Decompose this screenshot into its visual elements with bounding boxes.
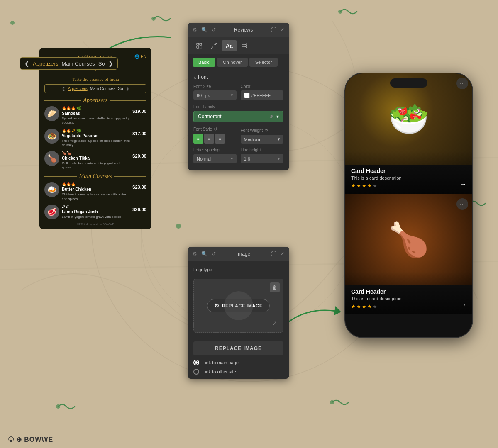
pakoras-info: 🔥🔥🌶🌿 Vegetable Pakoras Fried vegetables,… bbox=[62, 129, 130, 148]
svg-point-4 bbox=[151, 17, 156, 21]
link-options: Link to main page Link to other site bbox=[193, 360, 283, 375]
menu-item-samosas: 🥟 🔥🔥🔥🌿 Samosas Spiced potatoes, peas, st… bbox=[44, 106, 146, 125]
line-height-input[interactable]: 1.6 ▾ bbox=[241, 154, 284, 163]
font-family-select[interactable]: Cormorant ↺ ▾ bbox=[193, 111, 283, 122]
brush-tool-btn[interactable] bbox=[207, 40, 222, 51]
lamb-info: 🌶🌶 Lamb Rogan Josh Lamb in yogurt-tomato… bbox=[62, 205, 130, 219]
image-expand-icon[interactable]: ⛶ bbox=[270, 250, 277, 258]
link-main-page-radio[interactable] bbox=[193, 360, 199, 365]
menu-item-lamb: 🥩 🌶🌶 Lamb Rogan Josh Lamb in yogurt-toma… bbox=[44, 205, 146, 219]
image-settings-icon[interactable]: ⚙ bbox=[192, 250, 198, 258]
image-undo-icon[interactable]: ↺ bbox=[211, 250, 217, 258]
card1-desc: This is a card description bbox=[351, 175, 466, 180]
card2-more-btn[interactable]: ··· bbox=[456, 198, 468, 210]
inner-nav-prev[interactable]: ❮ bbox=[62, 86, 65, 91]
card2-overlay: Card Header This is a card description ★… bbox=[345, 272, 472, 314]
phone-mockup: ··· Card Header This is a card descripti… bbox=[344, 73, 473, 338]
card1-stars: ★ ★ ★ ★ ★ bbox=[351, 183, 466, 189]
card2-star-5: ★ bbox=[373, 304, 377, 309]
reviews-panel-toolbar: Aa bbox=[188, 37, 289, 54]
font-size-input[interactable]: 80 px ▾ bbox=[193, 90, 237, 100]
align-right-btn[interactable]: ≡ bbox=[215, 134, 225, 144]
tab-basic[interactable]: Basic bbox=[193, 58, 215, 67]
delete-image-btn[interactable]: 🗑 bbox=[270, 282, 280, 292]
nav-next-arrow[interactable]: ❯ bbox=[108, 60, 113, 67]
tab-on-hover[interactable]: On-hover bbox=[217, 58, 248, 67]
font-style-weight-row: Font Style ↺ ≡ ≡ ≡ Font Weight ↺ Medium … bbox=[193, 127, 283, 144]
line-height-group: Line height 1.6 ▾ bbox=[241, 148, 284, 163]
card2-star-4: ★ bbox=[367, 304, 372, 309]
font-color-label: Color bbox=[241, 84, 284, 89]
pakoras-name: Vegetable Pakoras bbox=[62, 134, 130, 138]
link-other-site-option[interactable]: Link to other site bbox=[193, 369, 283, 375]
copyright-icon: © bbox=[8, 435, 14, 444]
card1-arrow-btn[interactable]: → bbox=[460, 180, 466, 188]
cursor-icon: ↗ bbox=[272, 320, 277, 326]
undo-icon[interactable]: ↺ bbox=[211, 26, 217, 34]
card1-more-btn[interactable]: ··· bbox=[456, 78, 468, 89]
bowwe-brand: BOWWE bbox=[24, 436, 53, 443]
search-icon[interactable]: 🔍 bbox=[200, 26, 208, 34]
image-panel-header: ⚙ 🔍 ↺ Image ⛶ ✕ bbox=[188, 247, 289, 261]
image-search-icon[interactable]: 🔍 bbox=[200, 250, 208, 258]
card2-arrow-btn[interactable]: → bbox=[460, 301, 466, 309]
font-color-group: Color #FFFFFF bbox=[241, 84, 284, 100]
butter-chicken-badges: 🔥🔥🔥 bbox=[62, 182, 130, 186]
samosas-badges: 🔥🔥🔥🌿 bbox=[62, 106, 130, 110]
reset-font-icon[interactable]: ↺ bbox=[269, 114, 273, 119]
tab-selector[interactable]: Selector bbox=[249, 58, 278, 67]
pakoras-img: 🧆 bbox=[44, 129, 59, 144]
phone-inner: ··· Card Header This is a card descripti… bbox=[345, 73, 472, 337]
svg-rect-19 bbox=[197, 46, 199, 48]
reset-weight-icon[interactable]: ↺ bbox=[264, 128, 268, 133]
letter-spacing-line-height-row: Letter spacing Normal ▾ Line height 1.6 … bbox=[193, 148, 283, 163]
font-family-label: Font Family bbox=[193, 105, 283, 109]
frame-tool-btn[interactable] bbox=[192, 40, 207, 51]
butter-chicken-info: 🔥🔥🔥 Butter Chicken Chicken in creamy tom… bbox=[62, 182, 130, 201]
link-other-site-radio[interactable] bbox=[193, 369, 199, 375]
reset-style-icon[interactable]: ↺ bbox=[214, 127, 217, 132]
tikka-info: 🍗🍗 Chicken Tikka Grilled chicken marinat… bbox=[62, 151, 130, 170]
menu-nav-bar[interactable]: ❮ Appetizers Main Courses So ❯ bbox=[20, 57, 118, 70]
text-tool-btn[interactable]: Aa bbox=[222, 40, 237, 51]
svg-rect-18 bbox=[200, 43, 202, 45]
card1-overlay: Card Header This is a card description ★… bbox=[345, 151, 472, 194]
close-icon[interactable]: ✕ bbox=[279, 26, 285, 34]
settings-icon[interactable]: ⚙ bbox=[192, 26, 198, 34]
nav-active-item: Appetizers bbox=[33, 61, 58, 67]
font-weight-select[interactable]: Medium ▾ bbox=[241, 135, 284, 144]
pakoras-badges: 🔥🔥🌶🌿 bbox=[62, 129, 130, 133]
appetizers-title: Appetizers bbox=[83, 97, 107, 104]
phone-notch bbox=[390, 78, 427, 88]
card2-desc: This is a card description bbox=[351, 296, 466, 301]
svg-point-8 bbox=[330, 400, 334, 404]
align-center-btn[interactable]: ≡ bbox=[204, 134, 214, 144]
image-close-icon[interactable]: ✕ bbox=[279, 250, 285, 258]
inner-nav-appetizers[interactable]: Appetizers bbox=[68, 86, 87, 91]
inner-nav-next[interactable]: ❯ bbox=[126, 86, 129, 91]
shuffle-tool-btn[interactable] bbox=[237, 40, 252, 51]
replace-icon: ↻ bbox=[214, 302, 220, 309]
reviews-panel-tabs: Basic On-hover Selector bbox=[188, 54, 289, 70]
align-left-btn[interactable]: ≡ bbox=[193, 134, 203, 144]
lamb-badges: 🌶🌶 bbox=[62, 205, 130, 209]
font-size-label: Font Size bbox=[193, 84, 237, 89]
inner-nav-main: Main Courses bbox=[90, 86, 116, 91]
tikka-badges: 🍗🍗 bbox=[62, 151, 130, 155]
letter-spacing-input[interactable]: Normal ▾ bbox=[193, 154, 237, 163]
nav-item-main: Main Courses bbox=[61, 61, 95, 67]
reviews-panel: ⚙ 🔍 ↺ Reviews ⛶ ✕ Aa bbox=[188, 23, 289, 170]
font-color-input[interactable]: #FFFFFF bbox=[241, 90, 284, 100]
font-weight-group: Font Weight ↺ Medium ▾ bbox=[241, 128, 284, 144]
nav-prev-arrow[interactable]: ❮ bbox=[24, 60, 29, 67]
image-panel-footer: REPLACE IMAGE Link to main page Link to … bbox=[188, 337, 289, 379]
align-buttons: ≡ ≡ ≡ bbox=[193, 134, 237, 144]
star-3: ★ bbox=[362, 183, 366, 189]
menu-inner-nav[interactable]: ❮ Appetizers Main Courses So ❯ bbox=[44, 84, 146, 93]
bowwe-footer: © ⊕ BOWWE bbox=[8, 435, 53, 444]
expand-icon[interactable]: ⛶ bbox=[270, 26, 277, 34]
reviews-panel-title: Reviews bbox=[219, 27, 268, 33]
samosas-info: 🔥🔥🔥🌿 Samosas Spiced potatoes, peas, stuf… bbox=[62, 106, 130, 125]
link-main-page-option[interactable]: Link to main page bbox=[193, 360, 283, 365]
replace-image-footer-btn[interactable]: REPLACE IMAGE bbox=[193, 341, 283, 355]
